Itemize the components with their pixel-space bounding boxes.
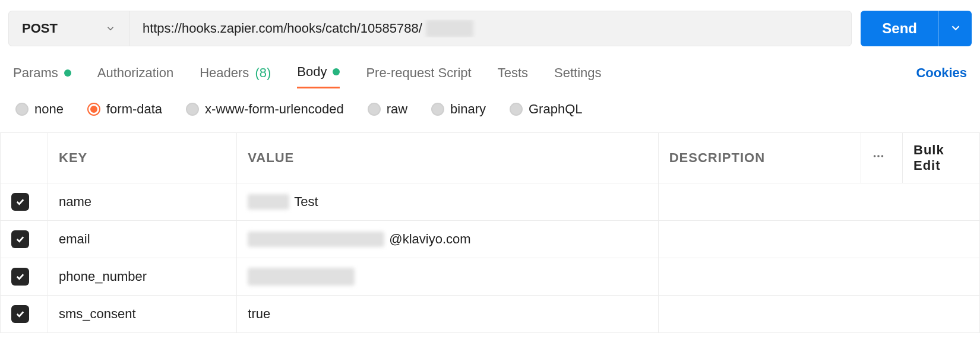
header-checkbox-col [1, 133, 48, 183]
chevron-down-icon [949, 21, 962, 36]
tab-authorization[interactable]: Authorization [97, 65, 173, 88]
cookies-link[interactable]: Cookies [916, 65, 967, 88]
send-dropdown-button[interactable] [938, 11, 972, 46]
request-tabs: Params Authorization Headers (8) Body Pr… [0, 53, 980, 88]
key-cell[interactable]: name [48, 183, 237, 221]
key-cell[interactable]: phone_number [48, 258, 237, 296]
radio-none-label: none [34, 102, 64, 117]
radio-graphql[interactable]: GraphQL [510, 102, 583, 117]
value-redacted [248, 232, 384, 247]
description-cell[interactable] [658, 296, 979, 333]
radio-binary[interactable]: binary [431, 102, 486, 117]
send-button[interactable]: Send [861, 11, 938, 46]
svg-point-2 [881, 155, 884, 157]
tab-authorization-label: Authorization [97, 65, 173, 81]
radio-graphql-label: GraphQL [529, 102, 583, 117]
tab-params-label: Params [13, 65, 58, 81]
url-input[interactable]: https://hooks.zapier.com/hooks/catch/105… [129, 20, 851, 37]
form-data-table: KEY VALUE DESCRIPTION Bulk Edit name [0, 132, 980, 333]
radio-icon [368, 103, 381, 116]
value-cell[interactable] [237, 258, 658, 296]
radio-form-data[interactable]: form-data [87, 102, 162, 117]
description-cell[interactable] [658, 258, 979, 296]
radio-icon [510, 103, 523, 116]
value-redacted [248, 268, 355, 286]
svg-point-0 [874, 155, 876, 157]
table-row: email @klaviyo.com [1, 221, 980, 258]
tab-headers-count: (8) [255, 65, 271, 81]
key-cell[interactable]: email [48, 221, 237, 258]
table-row: name Test [1, 183, 980, 221]
header-description: DESCRIPTION [658, 133, 861, 183]
table-row: sms_consent true [1, 296, 980, 333]
row-checkbox[interactable] [11, 193, 29, 211]
value-text: Test [294, 194, 318, 210]
url-redacted-segment [426, 20, 473, 37]
active-dot-icon [64, 69, 71, 77]
value-text: true [248, 306, 270, 321]
tab-body-label: Body [297, 64, 327, 80]
svg-point-1 [877, 155, 880, 157]
tab-headers[interactable]: Headers (8) [200, 65, 271, 88]
send-button-group: Send [861, 11, 972, 46]
radio-icon [15, 103, 29, 116]
tab-prerequest-label: Pre-request Script [366, 65, 471, 81]
active-dot-icon [333, 68, 340, 75]
http-method-select[interactable]: POST [9, 11, 129, 46]
method-url-bar: POST https://hooks.zapier.com/hooks/catc… [8, 11, 852, 46]
radio-raw-label: raw [387, 102, 407, 117]
chevron-down-icon [105, 23, 116, 34]
value-cell[interactable]: @klaviyo.com [237, 221, 658, 258]
http-method-label: POST [22, 21, 58, 36]
value-cell[interactable]: Test [237, 183, 658, 221]
radio-raw[interactable]: raw [368, 102, 407, 117]
header-more[interactable] [861, 133, 903, 183]
value-text: @klaviyo.com [389, 232, 470, 247]
radio-binary-label: binary [450, 102, 486, 117]
header-value: VALUE [237, 133, 658, 183]
url-text-prefix: https://hooks.zapier.com/hooks/catch/105… [143, 21, 422, 36]
value-redacted [248, 194, 289, 210]
description-cell[interactable] [658, 183, 979, 221]
tab-prerequest[interactable]: Pre-request Script [366, 65, 471, 88]
tab-params[interactable]: Params [13, 65, 71, 88]
radio-none[interactable]: none [15, 102, 64, 117]
radio-icon [186, 103, 199, 116]
tab-body[interactable]: Body [297, 64, 340, 88]
row-checkbox[interactable] [11, 305, 29, 323]
cookies-label: Cookies [916, 65, 967, 80]
header-bulk-edit: Bulk Edit [903, 133, 980, 183]
body-type-radio-group: none form-data x-www-form-urlencoded raw… [0, 88, 980, 132]
header-key: KEY [48, 133, 237, 183]
more-options-icon [872, 151, 885, 166]
row-checkbox[interactable] [11, 230, 29, 248]
radio-form-data-label: form-data [106, 102, 162, 117]
key-cell[interactable]: sms_consent [48, 296, 237, 333]
row-checkbox[interactable] [11, 268, 29, 286]
radio-icon [87, 103, 100, 116]
tab-tests-label: Tests [498, 65, 528, 81]
radio-urlencoded[interactable]: x-www-form-urlencoded [186, 102, 344, 117]
tab-tests[interactable]: Tests [498, 65, 528, 88]
value-cell[interactable]: true [237, 296, 658, 333]
radio-urlencoded-label: x-www-form-urlencoded [205, 102, 344, 117]
tab-settings-label: Settings [554, 65, 602, 81]
description-cell[interactable] [658, 221, 979, 258]
bulk-edit-link[interactable]: Bulk Edit [913, 142, 944, 173]
table-row: phone_number [1, 258, 980, 296]
tab-headers-label: Headers [200, 65, 249, 81]
radio-icon [431, 103, 444, 116]
tab-settings[interactable]: Settings [554, 65, 602, 88]
